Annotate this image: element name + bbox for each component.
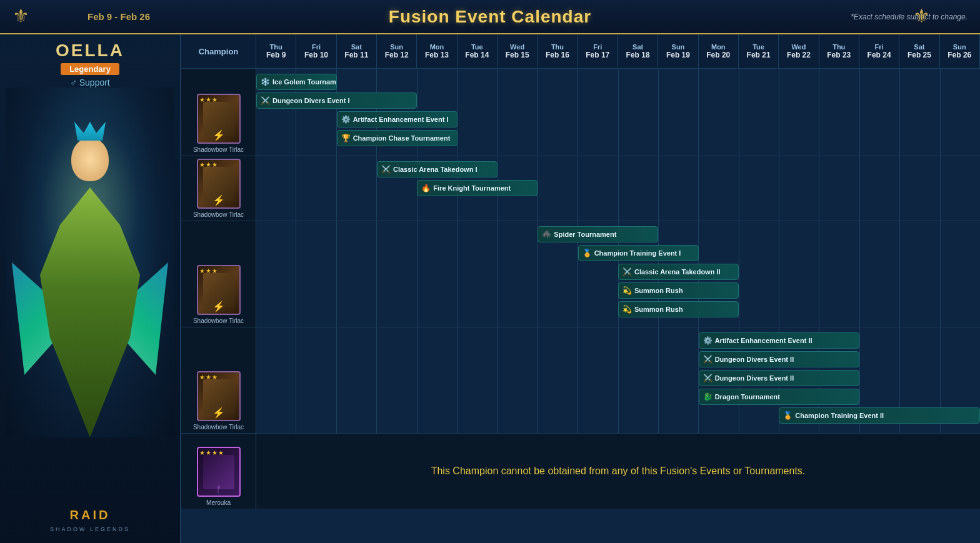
day-header-14: Thu Feb 23 bbox=[819, 34, 859, 68]
event-bar: ⚔️Classic Arena Takedown I bbox=[377, 161, 498, 177]
main-layout: OELLA Legendary ♂ Support RAID SHADOW LE… bbox=[0, 34, 980, 543]
event-bar: 🏅Champion Training Event II bbox=[779, 407, 980, 424]
event-bar: ⚔️Classic Arena Takedown II bbox=[618, 264, 739, 280]
event-bar: 💫Summon Rush bbox=[618, 301, 739, 317]
day-header-1: Fri Feb 10 bbox=[296, 34, 336, 68]
event-bar: ⚙️Artifact Enhancement Event I bbox=[337, 111, 458, 127]
row-content-3: ⚙️Artifact Enhancement Event II⚔️Dungeon… bbox=[256, 327, 980, 433]
event-icon: 💫 bbox=[622, 305, 632, 314]
event-label: Dragon Tournament bbox=[715, 393, 780, 401]
day-header-11: Mon Feb 20 bbox=[699, 34, 739, 68]
char-head bbox=[71, 137, 109, 181]
row-content-2: 🕷️Spider Tournament🏅Champion Training Ev… bbox=[256, 221, 980, 327]
event-bar: ⚔️Dungeon Divers Event II bbox=[699, 370, 859, 386]
event-bar: 🐉Dragon Tournament bbox=[699, 389, 859, 405]
col-lines-1 bbox=[256, 156, 980, 221]
event-label: Fire Knight Tournament bbox=[433, 184, 511, 192]
day-header-10: Sun Feb 19 bbox=[658, 34, 698, 68]
event-bar: ⚙️Artifact Enhancement Event II bbox=[699, 332, 859, 349]
event-label: Dungeon Divers Event I bbox=[272, 97, 349, 104]
raid-logo-text: RAID bbox=[50, 508, 130, 522]
left-panel: OELLA Legendary ♂ Support RAID SHADOW LE… bbox=[0, 34, 181, 543]
champ-name-label-merouka: Merouka bbox=[206, 499, 231, 506]
champion-type: ♂ Support bbox=[70, 77, 110, 87]
corner-decoration-tl: ⚜ bbox=[12, 5, 29, 27]
raid-logo: RAID SHADOW LEGENDS bbox=[50, 508, 130, 534]
day-header-16: Sat Feb 25 bbox=[899, 34, 939, 68]
row-label-0: ★ ★ ★ ⚡ Shadowbow Tirlac bbox=[181, 69, 256, 156]
calendar-panel: Champion Thu Feb 9 Fri Feb 10 Sat Feb 11… bbox=[181, 34, 980, 543]
row-label-3: ★ ★ ★ ⚡ Shadowbow Tirlac bbox=[181, 327, 256, 433]
event-icon: ⚔️ bbox=[622, 267, 632, 276]
event-label: Champion Training Event I bbox=[594, 249, 681, 257]
day-header-6: Wed Feb 15 bbox=[498, 34, 538, 68]
event-icon: ⚔️ bbox=[381, 165, 391, 174]
date-range: Feb 9 - Feb 26 bbox=[88, 11, 150, 22]
event-icon: 🏅 bbox=[783, 411, 792, 420]
special-message: This Champion cannot be obtained from an… bbox=[256, 434, 980, 509]
champ-name-label-3: Shadowbow Tirlac bbox=[193, 424, 244, 431]
event-label: Summon Rush bbox=[634, 287, 683, 294]
event-bar: 🏆Champion Chase Tournament bbox=[337, 130, 458, 146]
event-icon: 💫 bbox=[622, 286, 632, 295]
event-label: Artifact Enhancement Event I bbox=[353, 116, 449, 123]
day-header-3: Sun Feb 12 bbox=[377, 34, 417, 68]
lightning-icon-1: ⚡ bbox=[212, 194, 225, 206]
lightning-icon-2: ⚡ bbox=[212, 301, 225, 312]
event-bar: 💫Summon Rush bbox=[618, 282, 739, 299]
page-header: ⚜ Feb 9 - Feb 26 Fusion Event Calendar *… bbox=[0, 0, 980, 34]
row-content-1: ⚔️Classic Arena Takedown I🔥Fire Knight T… bbox=[256, 156, 980, 221]
event-bar: ⚔️Dungeon Divers Event I bbox=[256, 92, 417, 109]
day-header-8: Fri Feb 17 bbox=[578, 34, 618, 68]
event-label: Summon Rush bbox=[634, 306, 683, 313]
event-icon: ⚔️ bbox=[703, 374, 712, 382]
champion-name: OELLA bbox=[56, 41, 124, 61]
event-icon: 🏅 bbox=[582, 249, 592, 257]
event-label: Champion Training Event II bbox=[795, 412, 884, 419]
event-icon: ⚙️ bbox=[703, 336, 712, 345]
event-label: Dungeon Divers Event II bbox=[715, 374, 794, 382]
event-label: Champion Chase Tournament bbox=[353, 134, 451, 142]
calendar-row-3: ★ ★ ★ ⚡ Shadowbow Tirlac bbox=[181, 327, 980, 434]
event-icon: 🐉 bbox=[703, 392, 712, 401]
champ-thumb-3: ★ ★ ★ ⚡ bbox=[197, 371, 241, 421]
event-icon: ❄️ bbox=[261, 77, 270, 86]
calendar-row-merouka: ★ ★ ★ ★ ᚠ Merouka This Champion cannot b… bbox=[181, 434, 980, 509]
day-header-12: Tue Feb 21 bbox=[739, 34, 779, 68]
champion-art-bg bbox=[6, 87, 174, 437]
calendar-body: ★ ★ ★ ⚡ Shadowbow Tirlac bbox=[181, 69, 980, 543]
day-header-13: Wed Feb 22 bbox=[779, 34, 819, 68]
day-header-15: Fri Feb 24 bbox=[859, 34, 899, 68]
event-bar: 🔥Fire Knight Tournament bbox=[417, 180, 538, 196]
day-header-9: Sat Feb 18 bbox=[618, 34, 658, 68]
row-label-merouka: ★ ★ ★ ★ ᚠ Merouka bbox=[181, 434, 256, 509]
lightning-icon-3: ⚡ bbox=[212, 407, 225, 419]
event-icon: ⚔️ bbox=[261, 96, 270, 105]
calendar-header: Champion Thu Feb 9 Fri Feb 10 Sat Feb 11… bbox=[181, 34, 980, 69]
day-header-4: Mon Feb 13 bbox=[417, 34, 457, 68]
champ-thumb-0: ★ ★ ★ ⚡ bbox=[197, 94, 241, 144]
champion-art bbox=[6, 87, 174, 437]
champ-name-label-2: Shadowbow Tirlac bbox=[193, 317, 244, 324]
calendar-row-0: ★ ★ ★ ⚡ Shadowbow Tirlac bbox=[181, 69, 980, 156]
event-label: Artifact Enhancement Event II bbox=[715, 337, 812, 344]
calendar-champion-header: Champion bbox=[181, 34, 256, 68]
row-label-2: ★ ★ ★ ⚡ Shadowbow Tirlac bbox=[181, 221, 256, 327]
day-header-7: Thu Feb 16 bbox=[538, 34, 578, 68]
row-label-1: ★ ★ ★ ⚡ Shadowbow Tirlac bbox=[181, 156, 256, 221]
day-header-2: Sat Feb 11 bbox=[337, 34, 377, 68]
header-note: *Exact schedule subject to change. bbox=[851, 12, 968, 21]
calendar-row-1: ★ ★ ★ ⚡ Shadowbow Tirlac bbox=[181, 156, 980, 221]
event-bar: ⚔️Dungeon Divers Event II bbox=[699, 351, 859, 367]
champ-name-label-0: Shadowbow Tirlac bbox=[193, 146, 244, 153]
event-label: Dungeon Divers Event II bbox=[715, 356, 794, 363]
event-label: Classic Arena Takedown II bbox=[634, 268, 721, 276]
champ-name-label-1: Shadowbow Tirlac bbox=[193, 211, 244, 218]
champ-thumb-merouka: ★ ★ ★ ★ ᚠ bbox=[197, 447, 241, 497]
event-icon: 🔥 bbox=[421, 184, 431, 192]
event-label: Ice Golem Tournament bbox=[272, 78, 337, 86]
event-bar: ❄️Ice Golem Tournament bbox=[256, 74, 337, 90]
event-label: Classic Arena Takedown I bbox=[393, 166, 478, 173]
day-header-0: Thu Feb 9 bbox=[256, 34, 296, 68]
champion-badge: Legendary bbox=[61, 63, 119, 75]
